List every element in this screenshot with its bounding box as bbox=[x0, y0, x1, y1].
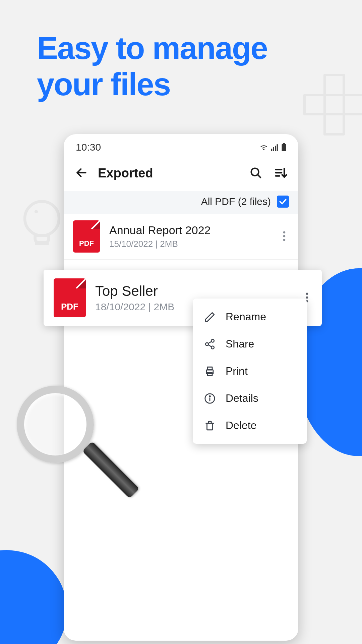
svg-point-20 bbox=[306, 296, 308, 299]
decorative-magnifier bbox=[17, 386, 131, 500]
file-row[interactable]: PDF Annual Report 2022 15/10/2022 | 2MB bbox=[64, 214, 298, 260]
svg-line-11 bbox=[258, 175, 261, 178]
svg-line-26 bbox=[208, 345, 212, 347]
file-name: Top Seller bbox=[95, 283, 293, 299]
menu-label: Share bbox=[226, 338, 254, 350]
menu-label: Details bbox=[226, 392, 258, 405]
pdf-icon: PDF bbox=[54, 278, 86, 317]
file-text: Annual Report 2022 15/10/2022 | 2MB bbox=[109, 224, 270, 249]
app-bar-title: Exported bbox=[98, 166, 239, 180]
battery-icon bbox=[282, 143, 286, 151]
menu-share[interactable]: Share bbox=[193, 330, 307, 358]
file-meta: 15/10/2022 | 2MB bbox=[109, 239, 270, 249]
check-icon bbox=[279, 197, 287, 206]
decorative-plus bbox=[303, 74, 360, 131]
context-menu: Rename Share Print Details Delete bbox=[193, 299, 307, 444]
pdf-icon: PDF bbox=[73, 220, 100, 253]
select-all-label: All PDF (2 files) bbox=[201, 196, 271, 207]
back-button[interactable] bbox=[73, 164, 90, 182]
menu-delete[interactable]: Delete bbox=[193, 412, 307, 439]
arrow-left-icon bbox=[75, 166, 88, 179]
info-icon bbox=[204, 393, 216, 404]
svg-rect-3 bbox=[271, 149, 272, 151]
sort-icon bbox=[274, 166, 287, 179]
svg-point-1 bbox=[35, 210, 38, 213]
signal-icon bbox=[271, 144, 279, 151]
svg-rect-35 bbox=[208, 421, 212, 423]
svg-rect-7 bbox=[282, 144, 286, 151]
menu-print[interactable]: Print bbox=[193, 358, 307, 385]
svg-rect-5 bbox=[275, 146, 276, 151]
svg-point-16 bbox=[283, 231, 286, 233]
more-vertical-icon bbox=[283, 231, 286, 241]
svg-rect-4 bbox=[273, 147, 274, 151]
svg-point-17 bbox=[283, 235, 286, 237]
file-name: Annual Report 2022 bbox=[109, 224, 270, 237]
search-icon bbox=[249, 166, 262, 179]
status-bar: 10:30 bbox=[64, 134, 298, 158]
menu-details[interactable]: Details bbox=[193, 385, 307, 412]
wifi-icon bbox=[259, 144, 268, 151]
menu-label: Rename bbox=[226, 311, 266, 323]
svg-point-32 bbox=[209, 396, 210, 397]
menu-rename[interactable]: Rename bbox=[193, 303, 307, 330]
svg-point-0 bbox=[25, 201, 59, 235]
share-icon bbox=[204, 338, 216, 350]
sort-button[interactable] bbox=[272, 164, 289, 182]
status-icons bbox=[259, 143, 286, 151]
trash-icon bbox=[204, 420, 216, 431]
app-bar: Exported bbox=[64, 158, 298, 191]
select-all-bar: All PDF (2 files) bbox=[64, 191, 298, 214]
pencil-icon bbox=[204, 311, 216, 323]
status-time: 10:30 bbox=[76, 142, 101, 153]
decorative-bulb bbox=[13, 195, 70, 252]
file-more-button[interactable] bbox=[280, 228, 289, 246]
hero-headline: Easy to manage your files bbox=[37, 30, 267, 103]
svg-point-18 bbox=[283, 239, 286, 241]
svg-rect-33 bbox=[207, 423, 213, 430]
select-all-checkbox[interactable] bbox=[277, 196, 289, 208]
svg-rect-8 bbox=[283, 143, 285, 144]
svg-point-19 bbox=[306, 292, 308, 295]
menu-label: Delete bbox=[226, 419, 257, 432]
svg-rect-6 bbox=[277, 144, 278, 151]
search-button[interactable] bbox=[247, 164, 264, 182]
print-icon bbox=[204, 366, 216, 377]
hero-line-2: your files bbox=[37, 67, 170, 102]
hero-line-1: Easy to manage bbox=[37, 31, 267, 66]
svg-line-25 bbox=[208, 341, 212, 343]
menu-label: Print bbox=[226, 365, 248, 377]
svg-rect-28 bbox=[207, 367, 212, 370]
